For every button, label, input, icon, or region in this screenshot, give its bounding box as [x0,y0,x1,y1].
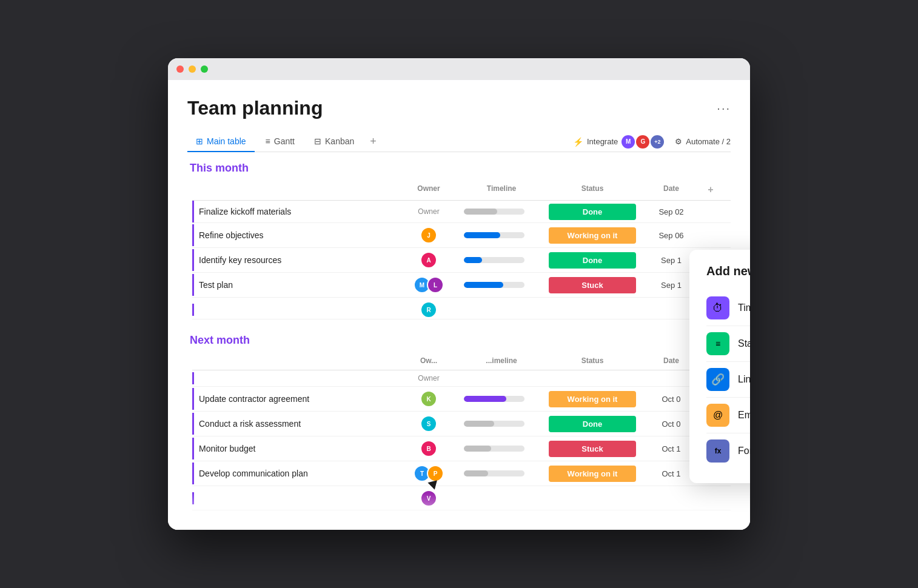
status-badge: Stuck [549,277,636,293]
automate-icon: ⚙ [675,137,682,146]
col-timeline-2: ...imeline [459,354,544,367]
owner-cell[interactable]: M L [398,273,459,297]
status-cell: Done [544,413,641,435]
kanban-icon: ⊟ [314,136,321,146]
owner-cell[interactable]: B [398,436,459,461]
task-name: Test plan [192,274,398,296]
timeline-bar [464,421,494,427]
timeline-cell [459,495,544,502]
status-cell [544,496,641,501]
timeline-cell [459,205,544,218]
avatar-group: T P [414,465,444,482]
app-container: Team planning ··· ⊞ Main table ≡ Gantt ⊟… [168,80,750,530]
col-owner: Owner [398,182,459,198]
status-label: Status [738,338,750,349]
tab-gantt[interactable]: ≡ Gantt [257,132,303,152]
integrate-button[interactable]: ⚡ Integrate M G +2 [573,135,664,149]
email-icon: @ [706,404,729,427]
close-icon[interactable] [176,65,184,73]
owner-cell[interactable]: Owner [398,204,459,219]
formula-icon: fx [706,439,729,463]
task-name: Conduct a risk assessment [192,413,398,435]
integration-icon-2: G [636,135,649,149]
table-row: Develop communication plan T P Working o… [192,461,731,486]
status-cell: Done [544,250,641,271]
col-timeline: Timeline [459,182,544,198]
status-badge: Done [549,204,636,220]
more-options-button[interactable]: ··· [717,101,731,115]
add-view-button[interactable]: + [365,133,381,150]
task-name: Finalize kickoff materials [192,201,398,222]
tab-kanban[interactable]: ⊟ Kanban [306,132,363,152]
avatar-group: K [420,390,437,407]
automate-label: Automate / 2 [686,137,731,146]
group-next-month-header: Next month [187,334,731,347]
popup-title: Add new column [706,264,750,278]
timeline-cell [459,278,544,292]
tab-bar: ⊞ Main table ≡ Gantt ⊟ Kanban + ⚡ Integr… [187,132,731,152]
email-label: Email [738,410,750,421]
table-row-extra: R [192,298,731,319]
owner-cell[interactable]: S [398,412,459,436]
timeline-bar [464,396,506,402]
col-date: Date [641,182,702,198]
minimize-icon[interactable] [189,65,196,73]
table-row: Test plan M L Stuck Sep 1 [192,273,731,298]
group-this-month-header: This month [187,162,731,175]
timeline-bar-wrap [464,421,524,427]
col-status: Status [544,182,641,198]
add-column-button-top[interactable]: + [702,182,720,198]
owner-cell: Owner [398,370,459,386]
table-row: Conduct a risk assessment S Done Oct 0 [192,412,731,436]
status-badge: Working on it [549,227,636,244]
timeline-bar-wrap [464,232,524,238]
status-badge: Stuck [549,441,636,457]
timeline-cell [459,392,544,406]
add-column-formula[interactable]: fx Formula [706,433,750,469]
col-task-2 [192,354,398,367]
status-badge: Working on it [549,466,636,482]
avatar: S [420,415,437,432]
add-column-link[interactable]: 🔗 Link [706,362,750,398]
browser-window: Team planning ··· ⊞ Main table ≡ Gantt ⊟… [168,58,750,530]
add-column-status[interactable]: ≡ Status [706,326,750,362]
tab-gantt-label: Gantt [274,136,295,146]
time-tracking-icon: ⏱ [706,296,729,319]
avatar-group: B [420,440,437,457]
avatar-group: V [420,490,437,507]
automate-button[interactable]: ⚙ Automate / 2 [675,137,731,146]
formula-label: Formula [738,446,750,456]
avatar-group: M L [414,276,444,293]
tab-right-actions: ⚡ Integrate M G +2 ⚙ Automate / 2 [573,135,731,149]
task-name [192,492,398,504]
integration-icon-1: M [621,135,635,149]
date-cell [641,495,702,502]
col-status-2: Status [544,354,641,367]
add-column-time-tracking[interactable]: ⏱ Time Tracking [706,290,750,326]
status-badge: Done [549,416,636,432]
timeline-bar-wrap [464,282,524,288]
col-owner-2: Ow... [398,354,459,367]
status-icon: ≡ [706,332,729,355]
col-task [192,182,398,198]
tab-main-table[interactable]: ⊞ Main table [187,132,255,152]
timeline-cell [459,306,544,313]
tab-main-table-label: Main table [207,136,246,146]
maximize-icon[interactable] [201,65,208,73]
status-cell [544,307,641,312]
add-column-email[interactable]: @ Email [706,398,750,433]
owner-cell[interactable]: A [398,248,459,272]
table-row: Owner [192,370,731,387]
avatar-group: R [420,301,437,318]
owner-cell[interactable]: K [398,387,459,411]
timeline-bar-wrap [464,257,524,263]
table-row: Refine objectives J Working on it Sep 06 [192,223,731,248]
owner-cell[interactable]: J [398,223,459,247]
table-row: Update contractor agreement K Working on… [192,387,731,412]
integrate-label: Integrate [587,137,618,146]
avatar: A [420,252,437,269]
timeline-bar [464,446,491,452]
status-cell: Stuck [544,275,641,296]
task-name: Develop communication plan [192,463,398,484]
integrate-icon: ⚡ [573,137,583,147]
